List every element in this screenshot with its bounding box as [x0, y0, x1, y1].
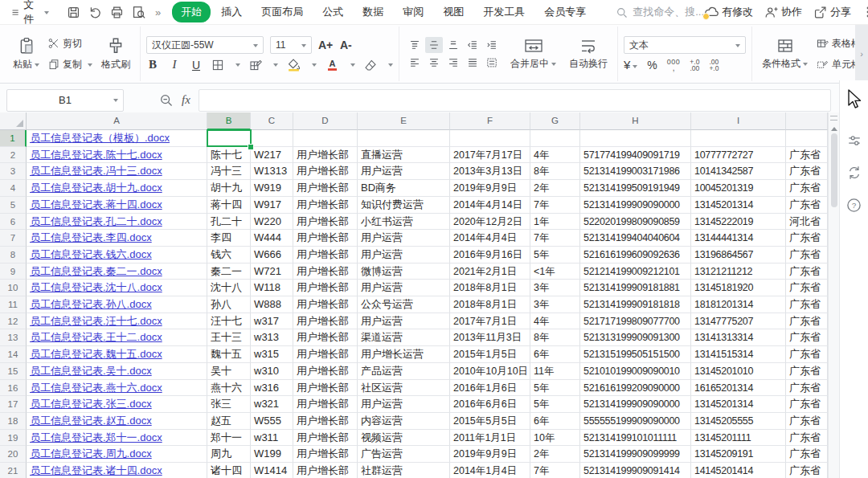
cell[interactable]: 10777772727	[691, 147, 786, 164]
draw-border-button[interactable]	[249, 59, 262, 71]
decrease-decimal-button[interactable]: .00+.0	[709, 59, 719, 71]
cell[interactable]: 521314199101011111	[580, 430, 691, 447]
file-link[interactable]: 员工信息登记表.赵五.docx	[30, 415, 152, 427]
cell[interactable]: 522020199809090859	[580, 214, 691, 231]
cell[interactable]: 公众号运营	[358, 296, 450, 313]
file-link[interactable]: 员工信息登记表（模板）.docx	[30, 132, 170, 144]
save-icon[interactable]	[67, 6, 80, 19]
cell[interactable]: w315	[251, 346, 293, 363]
row-header[interactable]: 5	[0, 197, 27, 214]
cell[interactable]: 赵五	[207, 413, 251, 430]
cell[interactable]	[580, 130, 691, 147]
cell[interactable]: 521314199909181881	[580, 280, 691, 296]
cell[interactable]: W917	[251, 197, 293, 214]
format-painter-button[interactable]: 格式刷	[97, 35, 134, 73]
cell[interactable]: 用户增长部	[293, 463, 358, 478]
ribbon-expand-strip[interactable]: ›	[855, 25, 868, 83]
cell[interactable]: 用户增长部	[293, 180, 358, 197]
distribute-button[interactable]	[483, 55, 501, 71]
decrease-indent-button[interactable]	[464, 37, 481, 53]
cell[interactable]: 用户增长部	[293, 230, 358, 247]
quick-access-more[interactable]: »	[155, 6, 161, 18]
share-button[interactable]: 分享	[813, 5, 851, 19]
column-header[interactable]: E	[358, 112, 450, 130]
tab-item-0[interactable]: 插入	[212, 2, 251, 22]
cell[interactable]: 521616199209090000	[580, 380, 691, 397]
cell[interactable]: 用户增长部	[293, 280, 358, 296]
align-top-button[interactable]	[406, 37, 424, 53]
cell[interactable]: 用户增长部	[293, 363, 358, 380]
cell[interactable]: 广东省	[786, 180, 828, 197]
cell[interactable]: <1年	[530, 264, 580, 280]
undo-icon[interactable]	[88, 6, 102, 19]
percent-button[interactable]: %	[647, 59, 657, 71]
cell[interactable]: 13145205555	[691, 413, 786, 430]
cell[interactable]: 2013年11月3日	[450, 329, 530, 346]
cell[interactable]: W1414	[251, 463, 293, 478]
italic-button[interactable]: I	[168, 58, 181, 71]
cell[interactable]: 用户增长部	[293, 413, 358, 430]
cell[interactable]: 李四	[207, 230, 251, 247]
cell[interactable]: 员工信息登记表.吴十.docx	[27, 363, 207, 380]
file-link[interactable]: 员工信息登记表.秦二一.docx	[30, 265, 162, 277]
cell[interactable]: 2017年7月17日	[450, 147, 530, 164]
row-header[interactable]: 8	[0, 247, 27, 264]
cell[interactable]: 广东省	[786, 463, 828, 478]
cell[interactable]: 用户增长部	[293, 264, 358, 280]
cell[interactable]: 13121211212	[691, 264, 786, 280]
cell[interactable]: W118	[251, 280, 293, 296]
vertical-scrollbar[interactable]	[828, 112, 839, 478]
cell[interactable]: 521313199909091300	[580, 329, 691, 346]
cell[interactable]: 4年	[530, 313, 580, 330]
help-icon[interactable]: ?	[846, 198, 862, 213]
cell[interactable]: 广告运营	[358, 446, 450, 463]
cell[interactable]: 王十三	[207, 329, 251, 346]
cell[interactable]: 冯十三	[207, 163, 251, 180]
cell[interactable]	[691, 130, 786, 147]
cell[interactable]: 7年	[530, 230, 580, 247]
cell[interactable]: w321	[251, 396, 293, 413]
cell[interactable]: 广东省	[786, 230, 828, 247]
cell[interactable]: 陈十七	[207, 147, 251, 164]
cell[interactable]: 视频运营	[358, 430, 450, 447]
cell[interactable]: W721	[251, 264, 293, 280]
cell[interactable]	[530, 130, 580, 147]
file-link[interactable]: 员工信息登记表.胡十九.docx	[30, 182, 162, 194]
cell[interactable]: 2017年7月1日	[450, 313, 530, 330]
row-header[interactable]: 7	[0, 230, 27, 247]
cell[interactable]: 广东省	[786, 446, 828, 463]
cell[interactable]: 521010199009090010	[580, 363, 691, 380]
cell[interactable]: 用户运营	[358, 230, 450, 247]
row-header[interactable]: 11	[0, 296, 27, 313]
paste-button[interactable]: 粘贴	[9, 35, 43, 73]
cell[interactable]: 诸十四	[207, 463, 251, 478]
cell[interactable]: w316	[251, 380, 293, 397]
cell[interactable]: 13145222019	[691, 214, 786, 231]
cell[interactable]: 2014年4月14日	[450, 197, 530, 214]
cut-button[interactable]: 剪切	[48, 35, 92, 52]
cell[interactable]: 用户运营	[358, 280, 450, 296]
file-link[interactable]: 员工信息登记表.吴十.docx	[30, 365, 152, 377]
adjust-sliders-icon[interactable]	[847, 133, 862, 148]
align-left-button[interactable]	[406, 55, 424, 71]
cell[interactable]: 员工信息登记表.李四.docx	[27, 230, 207, 247]
cell[interactable]: 用户增长部	[293, 296, 358, 313]
cell[interactable]: 用户增长部	[293, 313, 358, 330]
cell[interactable]: 用户增长部	[293, 214, 358, 231]
cell[interactable]: 3年	[530, 296, 580, 313]
row-header[interactable]: 20	[0, 446, 27, 463]
cell[interactable]: 521616199609092636	[580, 247, 691, 264]
align-bottom-button[interactable]	[444, 37, 462, 53]
cell[interactable]: W888	[251, 296, 293, 313]
cell[interactable]: 用户运营	[358, 313, 450, 330]
cell[interactable]: 7年	[530, 197, 580, 214]
cell[interactable]: 6年	[530, 413, 580, 430]
cell[interactable]: 张三	[207, 396, 251, 413]
wrap-text-button[interactable]: 自动换行	[565, 36, 612, 72]
cell[interactable]: 13196864567	[691, 247, 786, 264]
print-preview-icon[interactable]	[132, 6, 145, 19]
clear-format-button[interactable]	[364, 59, 377, 71]
select-all-corner[interactable]	[0, 112, 27, 130]
file-link[interactable]: 员工信息登记表.王十二.docx	[30, 331, 162, 343]
row-header[interactable]: 1	[0, 130, 27, 147]
